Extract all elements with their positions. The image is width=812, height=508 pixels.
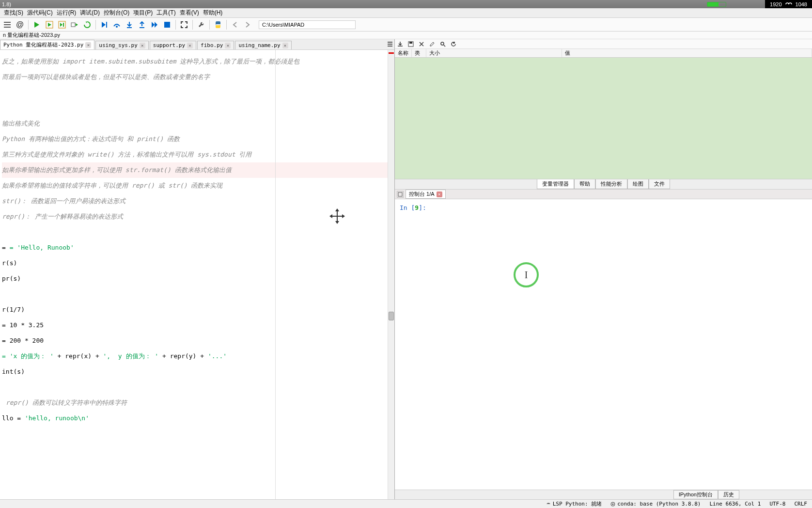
search-icon[interactable] xyxy=(439,41,446,48)
variable-explorer-body[interactable] xyxy=(395,58,812,179)
close-icon[interactable]: × xyxy=(225,43,231,48)
code-editor[interactable]: 反之，如果使用形如 import item.subitem.subsubitem… xyxy=(0,50,394,499)
variable-toolbar xyxy=(395,39,812,49)
run-cell-icon[interactable] xyxy=(44,19,55,30)
svg-point-8 xyxy=(116,26,118,28)
ipython-console[interactable]: In [9]: I xyxy=(395,199,812,490)
svg-rect-1 xyxy=(4,24,11,25)
status-conda[interactable]: conda: base (Python 3.8.8) xyxy=(610,501,701,507)
svg-rect-7 xyxy=(106,22,107,28)
status-eol[interactable]: CRLF xyxy=(795,501,808,507)
step-into-icon[interactable] xyxy=(124,19,135,30)
close-icon[interactable]: × xyxy=(187,43,193,48)
run-cell-advance-icon[interactable] xyxy=(57,19,67,30)
editor-pane: Python 量化编程基础-2023.py× using_sys.py× sup… xyxy=(0,39,395,499)
menu-source[interactable]: 源代码(C) xyxy=(25,9,55,17)
outline-icon[interactable] xyxy=(2,19,13,30)
svg-rect-6 xyxy=(71,23,75,27)
step-out-icon[interactable] xyxy=(137,19,147,30)
menu-run[interactable]: 运行(R) xyxy=(55,9,78,17)
titlebar-text: 1.8) xyxy=(2,1,11,7)
tab-using-name[interactable]: using_name.py× xyxy=(235,41,291,49)
menu-console[interactable]: 控制台(O) xyxy=(102,9,131,17)
gear-icon xyxy=(610,502,615,507)
stop-icon[interactable] xyxy=(162,19,172,30)
menu-view[interactable]: 查看(V) xyxy=(178,9,201,17)
btab-ipython[interactable]: IPython控制台 xyxy=(673,490,718,499)
rerun-icon[interactable] xyxy=(82,19,93,30)
tab-support[interactable]: support.py× xyxy=(150,41,196,49)
status-encoding[interactable]: UTF-8 xyxy=(769,501,785,507)
tab-using-sys[interactable]: using_sys.py× xyxy=(95,41,148,49)
col-type[interactable]: 类型 xyxy=(412,49,426,57)
svg-rect-5 xyxy=(63,23,64,27)
edit-var-icon[interactable] xyxy=(429,41,436,48)
svg-rect-2 xyxy=(4,27,11,28)
statusbar: LSP Python: 就绪 conda: base (Python 3.8.8… xyxy=(0,499,812,508)
console-prompt: In [9]: xyxy=(400,204,807,211)
svg-rect-16 xyxy=(409,42,412,44)
menubar: 查找(S) 源代码(C) 运行(R) 调试(D) 控制台(O) 项目(P) 工具… xyxy=(0,8,812,18)
svg-rect-11 xyxy=(164,22,170,28)
browse-tabs-icon[interactable] xyxy=(397,191,404,198)
console-tab-1[interactable]: 控制台 1/A × xyxy=(406,190,446,199)
tab-main[interactable]: Python 量化编程基础-2023.py× xyxy=(0,40,94,49)
close-icon[interactable]: × xyxy=(437,191,442,197)
menu-help[interactable]: 帮助(H) xyxy=(201,9,225,17)
svg-rect-18 xyxy=(398,192,402,196)
tabs-menu-icon[interactable] xyxy=(387,40,393,48)
tab-fibo[interactable]: fibo.py× xyxy=(197,41,234,49)
continue-icon[interactable] xyxy=(149,19,160,30)
svg-point-20 xyxy=(612,503,614,505)
working-dir-input[interactable]: C:\Users\MIAPAD xyxy=(259,20,356,29)
menu-project[interactable]: 项目(P) xyxy=(131,9,155,17)
breadcrumb: n 量化编程基础-2023.py xyxy=(0,32,812,39)
rtab-variables[interactable]: 变量管理器 xyxy=(537,179,574,189)
delete-var-icon[interactable] xyxy=(418,41,425,48)
menu-debug[interactable]: 调试(D) xyxy=(78,9,102,17)
menu-find[interactable]: 查找(S) xyxy=(2,9,25,17)
run-icon[interactable] xyxy=(31,19,42,30)
console-bottom-tabs: IPython控制台 历史 xyxy=(395,490,812,499)
menu-tools[interactable]: 工具(T) xyxy=(155,9,177,17)
btab-history[interactable]: 历史 xyxy=(718,490,739,499)
fullscreen-icon[interactable] xyxy=(179,19,189,30)
console-tabs: 控制台 1/A × xyxy=(395,190,812,199)
step-over-icon[interactable] xyxy=(111,19,122,30)
wrench-icon[interactable] xyxy=(196,19,206,30)
status-lsp[interactable]: LSP Python: 就绪 xyxy=(546,500,602,508)
editor-tabs: Python 量化编程基础-2023.py× using_sys.py× sup… xyxy=(0,39,394,50)
rtab-plots[interactable]: 绘图 xyxy=(627,179,649,189)
svg-rect-13 xyxy=(388,44,392,45)
link-icon xyxy=(785,2,793,7)
battery-icon xyxy=(707,2,726,7)
variable-header: 名称 类型 大小 值 xyxy=(395,49,812,58)
scrollbar-thumb[interactable] xyxy=(389,312,394,320)
col-size[interactable]: 大小 xyxy=(426,49,562,57)
nav-forward-icon[interactable] xyxy=(242,19,253,30)
right-pane-tabs: 变量管理器 帮助 性能分析 绘图 文件 xyxy=(395,179,812,190)
svg-rect-0 xyxy=(4,22,11,23)
svg-rect-12 xyxy=(388,42,392,43)
rtab-profiler[interactable]: 性能分析 xyxy=(595,179,627,189)
nav-back-icon[interactable] xyxy=(230,19,240,30)
status-cursor-pos: Line 6636, Col 1 xyxy=(709,501,761,507)
col-value[interactable]: 值 xyxy=(562,49,812,57)
editor-scrollbar[interactable] xyxy=(388,50,394,499)
save-var-icon[interactable] xyxy=(407,41,414,48)
toolbar: @ C:\Users\MIAPAD xyxy=(0,18,812,32)
rtab-help[interactable]: 帮助 xyxy=(574,179,595,189)
debug-icon[interactable] xyxy=(99,19,109,30)
svg-rect-9 xyxy=(127,27,132,28)
col-name[interactable]: 名称 xyxy=(395,49,412,57)
run-selection-icon[interactable] xyxy=(69,19,80,30)
close-icon[interactable]: × xyxy=(85,42,91,48)
close-icon[interactable]: × xyxy=(140,43,145,48)
svg-rect-14 xyxy=(388,46,392,47)
close-icon[interactable]: × xyxy=(282,43,288,48)
refresh-icon[interactable] xyxy=(450,41,457,48)
import-icon[interactable] xyxy=(397,41,404,48)
rtab-files[interactable]: 文件 xyxy=(649,179,670,189)
python-icon[interactable] xyxy=(213,19,223,30)
at-icon[interactable]: @ xyxy=(15,19,25,30)
